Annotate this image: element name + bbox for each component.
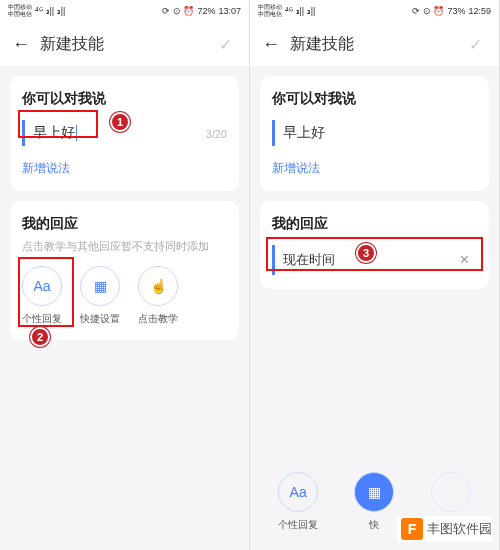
say-card-title: 你可以对我说	[22, 90, 227, 108]
action-quick-settings[interactable]: ▦ 快捷设置	[80, 266, 120, 326]
char-count: 3/20	[206, 128, 227, 140]
brand-text: 丰图软件园	[427, 520, 492, 538]
text-aa-icon: Aa	[278, 472, 318, 512]
battery-label: 73%	[447, 6, 465, 16]
signal-icon: ⁴ᴳ ₃|| ₃||	[35, 6, 65, 16]
status-bar: 中国移动 中国电信 ⁴ᴳ ₃|| ₃|| ⟳ ⊙ ⏰ 73% 12:59	[250, 0, 499, 22]
reply-card-subtitle: 点击教学与其他回应暂不支持同时添加	[22, 239, 227, 254]
page-title: 新建技能	[290, 34, 459, 55]
action-label: 个性回复	[22, 312, 62, 326]
reply-card-title: 我的回应	[272, 215, 477, 233]
partial-icon	[431, 472, 471, 512]
say-card: 你可以对我说 早上好 1 3/20 新增说法	[10, 76, 239, 191]
back-icon[interactable]: ←	[262, 35, 280, 53]
text-cursor	[76, 125, 77, 141]
phrase-text: 早上好	[283, 124, 325, 142]
brand-logo-icon: F	[401, 518, 423, 540]
say-card-title: 你可以对我说	[272, 90, 477, 108]
action-label: 快	[369, 518, 379, 532]
reply-text: 现在时间	[283, 251, 335, 269]
phone-screenshot-left: 中国移动 中国电信 ⁴ᴳ ₃|| ₃|| ⟳ ⊙ ⏰ 72% 13:07 ← 新…	[0, 0, 250, 550]
action-label: 点击教学	[138, 312, 178, 326]
action-tap-teach[interactable]: ☝ 点击教学	[138, 266, 178, 326]
status-icons: ⟳ ⊙ ⏰	[412, 6, 444, 16]
callout-1: 1	[110, 112, 130, 132]
page-header: ← 新建技能 ✓	[0, 22, 249, 66]
reply-card: 我的回应 点击教学与其他回应暂不支持同时添加 Aa 个性回复 ▦ 快捷设置 ☝ …	[10, 201, 239, 340]
back-icon[interactable]: ←	[12, 35, 30, 53]
add-phrase-link[interactable]: 新增说法	[22, 160, 70, 177]
branding-watermark: F 丰图软件园	[397, 516, 492, 542]
carrier-label: 中国移动 中国电信	[258, 4, 282, 18]
time-label: 13:07	[218, 6, 241, 16]
action-label: 快捷设置	[80, 312, 120, 326]
phrase-input[interactable]: 早上好	[272, 120, 477, 146]
page-title: 新建技能	[40, 34, 209, 55]
phone-screenshot-right: 中国移动 中国电信 ⁴ᴳ ₃|| ₃|| ⟳ ⊙ ⏰ 73% 12:59 ← 新…	[250, 0, 500, 550]
action-custom-reply[interactable]: Aa 个性回复	[22, 266, 62, 326]
text-aa-icon: Aa	[22, 266, 62, 306]
reply-actions-row: Aa 个性回复 ▦ 快捷设置 ☝ 点击教学	[22, 266, 227, 326]
signal-icon: ⁴ᴳ ₃|| ₃||	[285, 6, 315, 16]
tap-icon: ☝	[138, 266, 178, 306]
action-label: 个性回复	[278, 518, 318, 532]
carrier-label: 中国移动 中国电信	[8, 4, 32, 18]
confirm-icon[interactable]: ✓	[219, 35, 237, 53]
action-quick-settings[interactable]: ▦ 快	[354, 472, 394, 532]
confirm-icon[interactable]: ✓	[469, 35, 487, 53]
phrase-text: 早上好	[33, 124, 75, 142]
grid-icon: ▦	[80, 266, 120, 306]
callout-3: 3	[356, 243, 376, 263]
page-header: ← 新建技能 ✓	[250, 22, 499, 66]
add-phrase-link[interactable]: 新增说法	[272, 160, 320, 177]
action-custom-reply[interactable]: Aa 个性回复	[278, 472, 318, 532]
reply-card: 我的回应 现在时间 × 3	[260, 201, 489, 289]
callout-2: 2	[30, 327, 50, 347]
close-icon[interactable]: ×	[460, 251, 469, 269]
grid-icon: ▦	[354, 472, 394, 512]
status-icons: ⟳ ⊙ ⏰	[162, 6, 194, 16]
reply-card-title: 我的回应	[22, 215, 227, 233]
say-card: 你可以对我说 早上好 新增说法	[260, 76, 489, 191]
time-label: 12:59	[468, 6, 491, 16]
battery-label: 72%	[197, 6, 215, 16]
status-bar: 中国移动 中国电信 ⁴ᴳ ₃|| ₃|| ⟳ ⊙ ⏰ 72% 13:07	[0, 0, 249, 22]
